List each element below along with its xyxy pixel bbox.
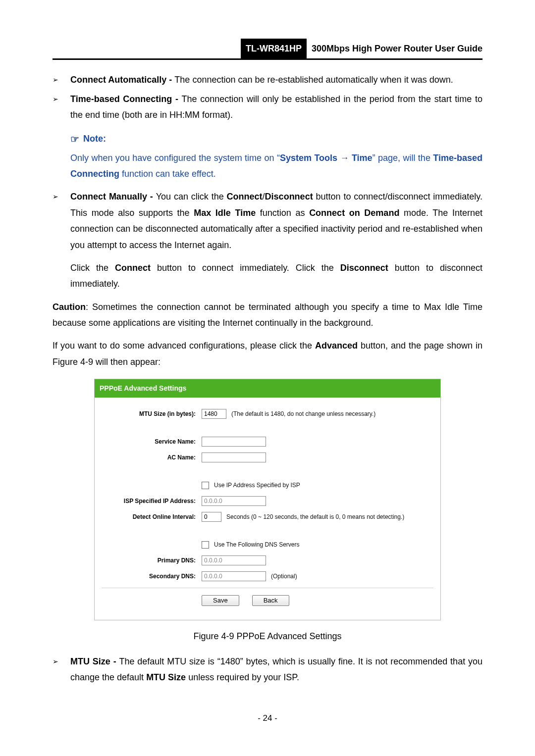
bullet-icon: ➢: [53, 189, 70, 253]
use-dns-checkbox[interactable]: [202, 541, 209, 549]
mtu-label: MTU Size (in bytes):: [102, 409, 202, 420]
secondary-dns-label: Secondary DNS:: [102, 571, 202, 582]
use-isp-ip-label: Use IP Address Specified by ISP: [214, 480, 300, 491]
use-dns-label: Use The Following DNS Servers: [214, 540, 300, 551]
bullet-label: Time-based Connecting -: [70, 94, 182, 104]
note-block: ☞ Note: Only when you have configured th…: [70, 130, 482, 182]
bullet-label: Connect Manually -: [70, 192, 156, 202]
page-number: - 24 -: [0, 711, 535, 726]
primary-dns-input[interactable]: [202, 555, 266, 565]
bullet-connect-auto: ➢ Connect Automatically - The connection…: [53, 72, 482, 88]
ac-name-label: AC Name:: [102, 453, 202, 463]
bullet-mtu-size: ➢ MTU Size - The default MTU size is “14…: [53, 654, 482, 686]
back-button[interactable]: Back: [252, 595, 289, 606]
secondary-dns-hint: (Optional): [271, 571, 297, 582]
bullet-label: Connect Automatically -: [70, 75, 174, 85]
bullet-label: MTU Size -: [70, 656, 119, 666]
figure-caption: Figure 4-9 PPPoE Advanced Settings: [53, 628, 482, 644]
isp-ip-label: ISP Specified IP Address:: [102, 496, 202, 507]
advanced-intro: If you want to do some advanced configur…: [53, 338, 482, 370]
mtu-input[interactable]: [202, 409, 226, 419]
detect-interval-hint: Seconds (0 ~ 120 seconds, the default is…: [226, 512, 404, 523]
service-name-label: Service Name:: [102, 437, 202, 448]
detect-interval-input[interactable]: [202, 512, 221, 522]
caution-paragraph: Caution: Sometimes the connection cannot…: [53, 299, 482, 331]
pointing-hand-icon: ☞: [70, 130, 79, 148]
mtu-hint: (The default is 1480, do not change unle…: [231, 409, 375, 420]
bullet-icon: ➢: [53, 654, 70, 686]
secondary-dns-input[interactable]: [202, 571, 266, 581]
service-name-input[interactable]: [202, 437, 266, 447]
save-button[interactable]: Save: [202, 595, 239, 606]
header-model: TL-WR841HP: [241, 39, 307, 58]
pppoe-advanced-panel: PPPoE Advanced Settings MTU Size (in byt…: [94, 379, 441, 620]
isp-ip-input[interactable]: [202, 496, 266, 506]
connect-disconnect-note: Click the Connect button to connect imme…: [70, 260, 482, 292]
bullet-icon: ➢: [53, 91, 70, 123]
header-title: 300Mbps High Power Router User Guide: [307, 39, 482, 58]
bullet-text: The connection can be re-established aut…: [174, 75, 453, 85]
page-header: TL-WR841HP 300Mbps High Power Router Use…: [53, 39, 482, 60]
ac-name-input[interactable]: [202, 453, 266, 462]
panel-title: PPPoE Advanced Settings: [95, 379, 440, 398]
bullet-icon: ➢: [53, 72, 70, 88]
detect-interval-label: Detect Online Interval:: [102, 512, 202, 523]
bullet-connect-manually: ➢ Connect Manually - You can click the C…: [53, 189, 482, 253]
bullet-time-based: ➢ Time-based Connecting - The connection…: [53, 91, 482, 123]
primary-dns-label: Primary DNS:: [102, 555, 202, 566]
use-isp-ip-checkbox[interactable]: [202, 482, 209, 489]
note-heading: Note:: [83, 131, 106, 147]
